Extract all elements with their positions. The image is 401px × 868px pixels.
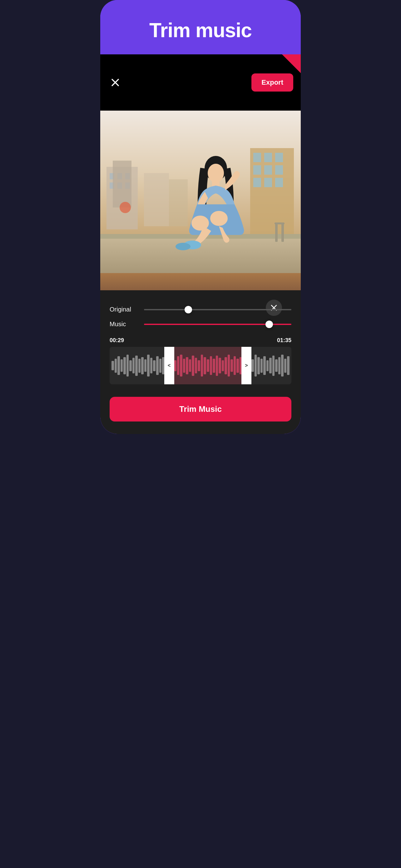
waveform-selection[interactable]: < > [164, 347, 252, 384]
svg-rect-25 [275, 223, 278, 242]
waveform-bar [114, 359, 117, 373]
waveform-bar [159, 359, 162, 373]
bottom-panel: Original Music 00:29 01:35 [100, 290, 301, 434]
music-slider-row: Music [110, 320, 291, 328]
svg-rect-15 [253, 165, 261, 175]
close-video-button[interactable] [108, 75, 123, 90]
page-title: Trim music [110, 19, 291, 42]
svg-rect-18 [253, 178, 261, 187]
waveform-bar [153, 360, 156, 371]
svg-rect-19 [264, 178, 272, 187]
waveform-bar [275, 359, 278, 372]
corner-decoration [282, 54, 301, 73]
waveform-bar [150, 358, 153, 373]
svg-point-35 [175, 243, 191, 250]
waveform-bar [272, 355, 275, 376]
svg-rect-13 [264, 153, 272, 162]
svg-rect-26 [281, 223, 284, 242]
photo-section [100, 111, 301, 290]
svg-point-33 [210, 211, 228, 226]
export-button[interactable]: Export [252, 73, 293, 92]
right-trim-handle[interactable]: > [241, 347, 252, 384]
svg-rect-27 [274, 222, 285, 224]
waveform-bar [147, 354, 149, 376]
waveform-bar [129, 360, 132, 371]
left-trim-handle[interactable]: < [164, 347, 174, 384]
header: Trim music [100, 0, 301, 54]
waveform-bar [278, 357, 281, 374]
svg-rect-12 [253, 153, 261, 162]
waveform-section: 00:29 01:35 < > [110, 337, 291, 384]
waveform-bar [123, 357, 126, 374]
waveform-container[interactable]: < > [110, 347, 291, 384]
time-end: 01:35 [277, 337, 291, 344]
time-start: 00:29 [110, 337, 124, 344]
phone-container: Trim music Export [100, 0, 301, 434]
svg-rect-14 [275, 153, 283, 162]
svg-point-36 [120, 202, 131, 213]
svg-point-32 [192, 216, 209, 230]
waveform-bar [135, 355, 138, 376]
music-slider-thumb[interactable] [265, 320, 273, 328]
original-slider-thumb[interactable] [185, 306, 192, 313]
waveform-bar [121, 359, 123, 372]
waveform-bar [156, 356, 159, 375]
waveform-bar [118, 356, 120, 375]
waveform-bar [287, 356, 290, 375]
waveform-bar [263, 356, 266, 375]
original-slider-track[interactable] [144, 309, 291, 310]
waveform-bar [141, 357, 144, 374]
original-slider-row: Original [110, 306, 291, 313]
waveform-bar [257, 357, 260, 374]
panel-close-button[interactable] [266, 300, 282, 316]
waveform-bar [281, 354, 283, 376]
waveform-bar [255, 354, 257, 376]
svg-rect-21 [144, 173, 169, 226]
svg-rect-20 [275, 178, 283, 187]
music-label: Music [110, 320, 138, 328]
waveform-bar [261, 359, 263, 373]
waveform-bar [269, 358, 272, 373]
waveform-bar [132, 358, 135, 373]
svg-point-30 [208, 164, 224, 183]
video-toolbar: Export [100, 54, 301, 111]
waveform-bar [284, 359, 287, 373]
photo-background [100, 111, 301, 273]
waveform-bar [266, 360, 269, 371]
waveform-bar [252, 359, 254, 372]
waveform-bar [127, 354, 129, 376]
waveform-bar [144, 359, 147, 372]
waveform-bar [138, 359, 141, 373]
music-slider-track[interactable] [144, 324, 291, 325]
svg-rect-22 [169, 179, 188, 226]
waveform-bar [111, 361, 114, 370]
svg-rect-10 [113, 161, 132, 208]
original-label: Original [110, 306, 138, 313]
time-labels: 00:29 01:35 [110, 337, 291, 344]
trim-music-button[interactable]: Trim Music [110, 397, 291, 422]
svg-rect-17 [275, 165, 283, 175]
svg-rect-16 [264, 165, 272, 175]
